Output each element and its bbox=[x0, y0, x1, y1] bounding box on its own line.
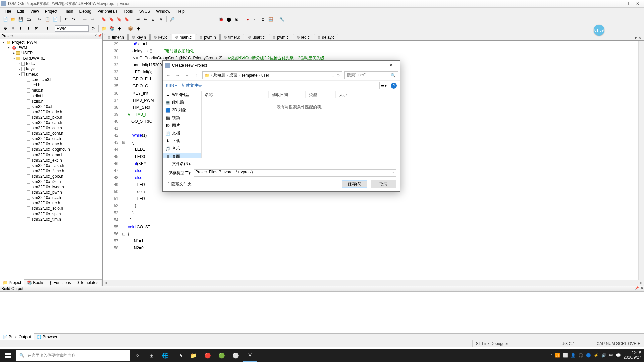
help-button[interactable]: ? bbox=[391, 83, 397, 89]
indent-icon[interactable]: ⇥ bbox=[135, 16, 141, 23]
menu-tools[interactable]: Tools bbox=[121, 8, 136, 14]
minimize-button[interactable]: ─ bbox=[611, 1, 621, 7]
uncomment-icon[interactable]: // bbox=[158, 16, 164, 23]
batch-build-icon[interactable]: ⬇ bbox=[25, 25, 32, 32]
tree-file[interactable]: stm32f10x_rcc.h bbox=[1, 195, 102, 200]
pack-icon[interactable]: 📦 bbox=[127, 25, 134, 32]
tab-build-output[interactable]: 📄Build Output bbox=[0, 333, 34, 340]
crumb-desktop[interactable]: 桌面 bbox=[229, 72, 237, 78]
record-icon[interactable]: ● bbox=[244, 16, 251, 23]
paste-icon[interactable]: 📄 bbox=[52, 16, 58, 23]
books-icon[interactable]: 📚 bbox=[108, 25, 115, 32]
nav-back-icon[interactable]: ← bbox=[165, 72, 172, 79]
place-item[interactable]: 🖥桌面 bbox=[163, 153, 201, 158]
taskbar-search[interactable]: 🔍 在这里输入你要搜索的内容 bbox=[16, 350, 130, 361]
nav-back-icon[interactable]: ⇐ bbox=[82, 16, 88, 23]
file-tab[interactable]: key.h bbox=[128, 34, 150, 40]
app-icon[interactable]: 🔴 bbox=[201, 349, 215, 362]
hscroll-left-icon[interactable]: ◂ bbox=[103, 280, 108, 286]
tree-file[interactable]: stm32f10x_fsmc.h bbox=[1, 168, 102, 174]
crumb-templete[interactable]: Templete bbox=[241, 73, 258, 78]
breadcrumb-dropdown-icon[interactable]: ⌄ bbox=[331, 73, 335, 78]
nav-up-icon[interactable]: ↑ bbox=[193, 72, 200, 79]
tab-dropdown-icon[interactable]: ▾ bbox=[635, 36, 637, 40]
tree-file[interactable]: stm32f10x_exti.h bbox=[1, 158, 102, 163]
build-icon[interactable]: ⬇ bbox=[10, 25, 16, 32]
close-button[interactable]: ✕ bbox=[633, 1, 643, 7]
col-name[interactable]: 名称 bbox=[202, 91, 269, 98]
tree-file[interactable]: stm32f10x_conf.h bbox=[1, 131, 102, 136]
pin-icon[interactable]: 📌 bbox=[635, 286, 639, 290]
window-icon[interactable]: 🪟 bbox=[267, 16, 274, 23]
tree-file[interactable]: stm32f10x_rtc.h bbox=[1, 200, 102, 206]
rebuild-icon[interactable]: ⬇ bbox=[17, 25, 24, 32]
new-file-icon[interactable]: 📄 bbox=[2, 16, 9, 23]
kill-bp-icon[interactable]: ⊘ bbox=[260, 16, 266, 23]
project-tree[interactable]: ▾📁Project: PWM ▾🎯PWM ▸USER ▾HARDWARE ▸le… bbox=[0, 39, 102, 279]
tab-browser[interactable]: 🌐Browser bbox=[34, 334, 60, 340]
organize-button[interactable]: 组织 ▾ bbox=[166, 83, 177, 88]
tree-root[interactable]: Project: PWM bbox=[12, 40, 37, 45]
open-file-icon[interactable]: 📂 bbox=[10, 16, 16, 23]
components-icon[interactable]: ◆ bbox=[116, 25, 123, 32]
build-output-body[interactable] bbox=[0, 292, 644, 325]
menu-view[interactable]: View bbox=[28, 8, 42, 14]
config-icon[interactable]: 🔧 bbox=[278, 16, 285, 23]
panel-close-icon[interactable]: ✕ bbox=[94, 34, 97, 37]
view-mode-button[interactable]: ☰▾ bbox=[379, 82, 388, 89]
file-tab[interactable]: delay.c bbox=[314, 34, 338, 40]
cortana-icon[interactable]: ○ bbox=[130, 349, 144, 362]
chrome-icon[interactable]: 🟢 bbox=[215, 349, 229, 362]
tree-file-timer[interactable]: timer.c bbox=[26, 72, 38, 77]
tree-file[interactable]: misc.h bbox=[1, 88, 102, 93]
app2-icon[interactable]: ⚪ bbox=[229, 349, 243, 362]
tree-file[interactable]: stm32f10x_crc.h bbox=[1, 136, 102, 141]
tree-file[interactable]: stm32f10x_flash.h bbox=[1, 163, 102, 168]
insert-bp-icon[interactable]: ◉ bbox=[233, 16, 240, 23]
cut-icon[interactable]: ✂ bbox=[36, 16, 43, 23]
pin-icon[interactable]: 📌 bbox=[98, 34, 102, 37]
tab-close-icon[interactable]: ✕ bbox=[638, 36, 641, 40]
disable-bp-icon[interactable]: ○ bbox=[252, 16, 259, 23]
menu-window[interactable]: Window bbox=[153, 8, 173, 14]
crumb-user[interactable]: user bbox=[261, 73, 269, 78]
task-view-icon[interactable]: ⊞ bbox=[144, 349, 158, 362]
hscroll-right-icon[interactable]: ▸ bbox=[638, 280, 644, 286]
uvision-task-icon[interactable]: V bbox=[243, 349, 257, 362]
fold-column[interactable]: ⊟⊟ bbox=[121, 41, 126, 280]
translate-icon[interactable]: ⚙ bbox=[2, 25, 9, 32]
place-item[interactable]: 🟦3D 对象 bbox=[163, 106, 201, 114]
menu-svcs[interactable]: SVCS bbox=[137, 8, 153, 14]
tree-file[interactable]: stm32f10x_can.h bbox=[1, 120, 102, 125]
tree-file[interactable]: stm32f10x_bkp.h bbox=[1, 115, 102, 120]
hide-folders-toggle[interactable]: ⌃隐藏文件夹 bbox=[167, 181, 192, 187]
system-tray[interactable]: ^ 📶 ⬜ 👤 🎧 🔵 ⚡ 🔊 中 💬 22:15 2020/9/27 bbox=[548, 351, 644, 360]
file-tab[interactable]: pwm.c bbox=[269, 34, 292, 40]
volume-icon[interactable]: 🔊 bbox=[601, 353, 606, 358]
edge-icon[interactable]: 🌐 bbox=[158, 349, 172, 362]
ime-icon[interactable]: 中 bbox=[609, 353, 613, 358]
tab-project[interactable]: 📁Project bbox=[0, 279, 24, 286]
manage-icon[interactable]: 📁 bbox=[101, 25, 107, 32]
menu-help[interactable]: Help bbox=[174, 8, 187, 14]
crumb-thispc[interactable]: 此电脑 bbox=[213, 72, 225, 78]
tree-file[interactable]: stm32f10x_gpio.h bbox=[1, 174, 102, 179]
place-item[interactable]: 💻此电脑 bbox=[163, 99, 201, 106]
breakpoint-icon[interactable]: ⬤ bbox=[225, 16, 232, 23]
save-icon[interactable]: 💾 bbox=[17, 16, 24, 23]
cancel-button[interactable]: 取消 bbox=[371, 180, 396, 188]
new-folder-button[interactable]: 新建文件夹 bbox=[182, 83, 202, 88]
filename-input[interactable] bbox=[194, 160, 396, 167]
place-item[interactable]: ☁WPS网盘 bbox=[163, 91, 201, 99]
places-sidebar[interactable]: ☁WPS网盘💻此电脑🟦3D 对象🎬视频🖼图片📄文档⬇下载🎵音乐🖥桌面💽本地磁盘 … bbox=[163, 91, 202, 158]
tree-folder-hardware[interactable]: HARDWARE bbox=[21, 56, 45, 61]
store-icon[interactable]: 🛍 bbox=[172, 349, 186, 362]
tree-file[interactable]: led.c bbox=[26, 61, 35, 66]
save-button[interactable]: 保存(S) bbox=[342, 180, 367, 188]
tree-file[interactable]: stm32f10x_dbgmcu.h bbox=[1, 147, 102, 152]
bookmark-prev-icon[interactable]: 🔖 bbox=[108, 16, 115, 23]
dialog-close-button[interactable]: ✕ bbox=[384, 63, 397, 68]
notification-icon[interactable]: 💬 bbox=[616, 353, 621, 358]
bookmark-icon[interactable]: 🔖 bbox=[100, 16, 107, 23]
file-list[interactable]: 名称 修改日期 类型 大小 没有与搜索条件匹配的项。 bbox=[202, 91, 400, 158]
